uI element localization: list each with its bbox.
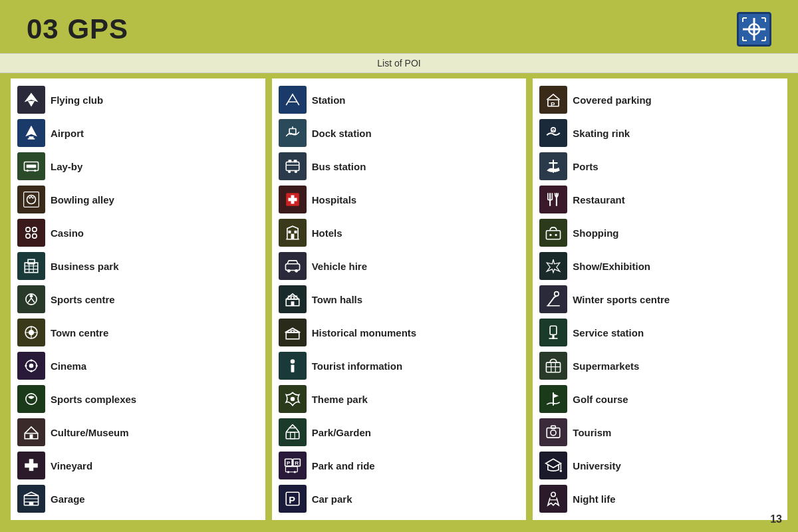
icon-culture [17,418,45,446]
svg-point-61 [295,170,297,173]
column-3: PCovered parkingSkating rinkPortsRestaur… [533,78,787,520]
list-item: Ports [537,150,783,182]
icon-sports2 [17,385,45,413]
icon-business [17,252,45,280]
page-title: 03 GPS [27,13,128,45]
list-item: Hospitals [276,184,523,215]
list-item: Tourism [537,416,783,448]
icon-shopping [539,219,567,247]
icon-nightlife [539,485,567,513]
label-hospital: Hospitals [312,194,357,205]
logo [737,12,771,47]
list-item: Shopping [537,217,783,249]
svg-point-119 [551,430,556,436]
svg-point-22 [31,196,32,198]
svg-point-122 [560,470,562,472]
icon-airport [17,119,45,147]
label-station: Station [312,94,346,106]
icon-flying-club [17,86,45,114]
label-historical: Historical monuments [312,327,417,338]
column-2: StationDock stationBus stationHospitalsH… [272,78,527,520]
label-bus: Bus station [312,161,366,172]
svg-text:R: R [295,460,299,466]
label-cinema: Cinema [51,360,86,372]
label-garage: Garage [51,493,85,505]
label-golf: Golf course [573,394,628,405]
svg-point-86 [290,397,295,402]
label-nightlife: Night life [573,493,615,505]
svg-point-106 [550,234,552,236]
svg-point-123 [551,492,556,497]
list-item: Vineyard [15,450,261,481]
label-townhall: Town halls [312,294,362,305]
svg-point-72 [287,269,291,273]
label-winter: Winter sports centre [573,294,670,305]
svg-point-60 [288,170,291,173]
icon-hotel [279,219,307,247]
list-item: PCovered parking [537,84,783,116]
list-item: Winter sports centre [537,283,783,315]
list-item: Hotels [276,217,523,249]
list-item: Bus station [276,150,523,182]
list-item: Flying club [15,84,261,116]
icon-bus [279,152,307,180]
svg-rect-113 [547,362,561,372]
list-item: Sports complexes [15,383,261,415]
label-hotel: Hotels [312,227,342,239]
svg-point-42 [30,359,32,361]
svg-rect-78 [291,301,294,306]
list-item: Lay-by [15,150,261,182]
list-item: Show/Exhibition [537,250,783,282]
svg-point-95 [293,471,295,473]
subtitle-bar: List of POI [0,53,798,73]
svg-point-24 [26,227,31,232]
icon-university [539,452,567,479]
svg-rect-48 [30,434,33,439]
svg-rect-16 [27,165,37,168]
svg-rect-88 [290,432,295,439]
svg-rect-79 [286,332,299,339]
label-carpark: Car park [312,493,352,505]
svg-rect-68 [291,234,294,239]
list-item: Culture/Museum [15,416,261,448]
page-wrapper: 03 GPS L [0,0,798,532]
list-item: Restaurant [537,184,783,215]
list-item: PRPark and ride [276,450,523,481]
svg-rect-63 [293,160,297,162]
label-sports2: Sports complexes [51,394,136,405]
icon-golf [539,385,567,413]
label-airport: Airport [51,128,84,139]
label-flying-club: Flying club [51,94,103,106]
svg-rect-14 [28,138,35,140]
icon-theme [279,385,307,413]
list-item: Dock station [276,117,523,149]
svg-rect-66 [288,198,297,201]
icon-casino [17,219,45,247]
label-business: Business park [51,261,119,272]
svg-point-45 [25,364,27,366]
label-dock: Dock station [312,128,372,139]
svg-point-107 [555,234,557,236]
page-number: 13 [770,513,782,525]
svg-rect-13 [29,136,34,138]
list-item: Business park [15,250,261,282]
label-restaurant: Restaurant [573,194,624,205]
main-content: Flying clubAirportLay-byBowling alleyCas… [0,73,798,525]
icon-skating [539,119,567,147]
label-tourism: Tourism [573,427,611,438]
svg-point-44 [30,370,32,372]
svg-rect-105 [547,231,561,239]
label-park: Park/Garden [312,427,371,438]
svg-point-27 [33,234,37,239]
list-item: Golf course [537,383,783,415]
icon-covered: P [539,86,567,114]
list-item: Casino [15,217,261,249]
icon-vehicle [279,252,307,280]
icon-station [279,86,307,114]
icon-sports [17,285,45,313]
svg-rect-62 [288,160,291,162]
icon-ports [539,152,567,180]
svg-text:P: P [289,495,295,505]
label-university: University [573,460,621,471]
svg-rect-120 [551,426,556,428]
